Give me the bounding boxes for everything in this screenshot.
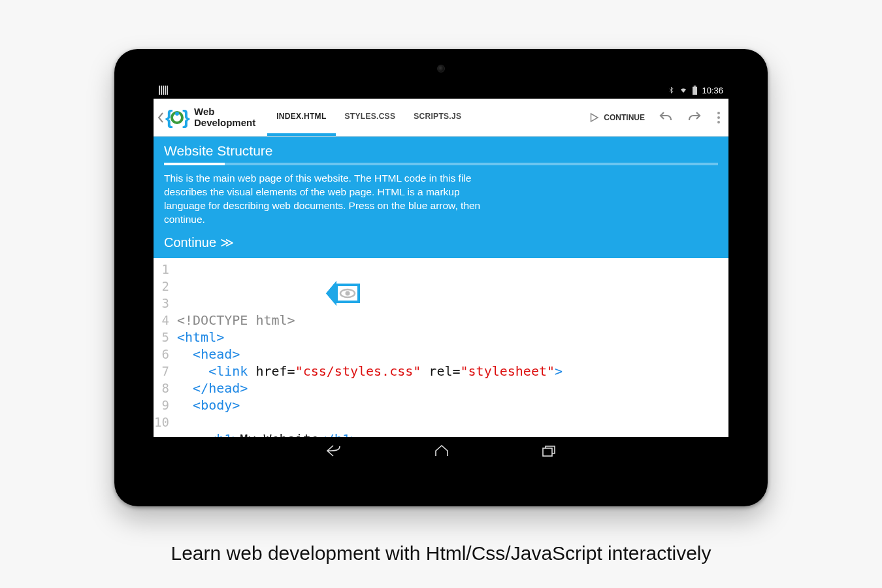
lesson-continue-link[interactable]: Continue ≫ [164, 235, 718, 250]
code-area[interactable]: <!DOCTYPE html><html> <head> <link href=… [173, 258, 563, 437]
tablet-screen: 10:36 { } Web Development I [154, 82, 728, 467]
hint-arrow-icon[interactable] [248, 264, 363, 327]
svg-point-4 [175, 112, 179, 116]
back-chevron-icon [157, 112, 164, 123]
app-title: Web Development [194, 106, 255, 128]
svg-text:}: } [182, 106, 190, 128]
nav-back-button[interactable] [325, 444, 342, 461]
nav-recents-button[interactable] [541, 444, 557, 460]
redo-icon [687, 110, 702, 125]
code-line[interactable]: </head> [177, 380, 563, 397]
svg-point-7 [346, 291, 350, 295]
continue-button-label: CONTINUE [604, 113, 645, 122]
android-statusbar: 10:36 [154, 82, 728, 99]
undo-icon [658, 110, 674, 125]
tab-scripts-js[interactable]: SCRIPTS.JS [404, 99, 470, 136]
tablet-camera [437, 65, 445, 73]
code-line[interactable]: <h1>My Website</h1> [177, 431, 563, 437]
bluetooth-icon [668, 86, 675, 95]
lesson-progress-bar [164, 163, 718, 165]
tab-index-html[interactable]: INDEX.HTML [267, 99, 335, 136]
continue-button[interactable]: CONTINUE [581, 112, 651, 123]
redo-button[interactable] [680, 103, 709, 132]
code-line[interactable]: <head> [177, 346, 563, 363]
svg-rect-1 [693, 87, 697, 95]
code-editor[interactable]: 12345678910 <!DOCTYPE html><html> <head>… [154, 258, 728, 437]
lesson-title: Website Structure [164, 143, 718, 159]
code-line[interactable]: <link href="css/styles.css" rel="stylesh… [177, 363, 563, 380]
lesson-description: This is the main web page of this websit… [164, 172, 504, 227]
undo-button[interactable] [651, 103, 680, 132]
tab-styles-css[interactable]: STYLES.CSS [336, 99, 405, 136]
app-header: { } Web Development INDEX.HTMLSTYLES.CSS… [154, 99, 728, 137]
nav-home-button[interactable] [434, 444, 449, 460]
code-line[interactable] [177, 414, 563, 431]
android-navbar [154, 437, 728, 467]
back-logo-area[interactable]: { } Web Development [154, 105, 261, 131]
code-line[interactable]: <!DOCTYPE html> [177, 312, 563, 329]
wifi-icon [679, 86, 688, 94]
line-gutter: 12345678910 [154, 258, 173, 437]
battery-icon [692, 86, 698, 95]
app-title-line2: Development [194, 118, 255, 129]
promo-caption: Learn web development with Html/Css/Java… [0, 542, 882, 564]
app-title-line1: Web [194, 106, 255, 118]
play-icon [588, 112, 600, 123]
lesson-panel: Website Structure This is the main web p… [154, 137, 728, 258]
code-line[interactable]: <html> [177, 329, 563, 346]
svg-rect-8 [543, 448, 552, 456]
file-tabs: INDEX.HTMLSTYLES.CSSSCRIPTS.JS [267, 99, 470, 136]
overflow-menu-button[interactable] [709, 112, 728, 123]
tablet-frame: 10:36 { } Web Development I [114, 49, 768, 506]
svg-rect-0 [694, 86, 696, 87]
menu-stripes-icon [159, 86, 168, 95]
app-logo-icon: { } [164, 105, 190, 131]
statusbar-time: 10:36 [702, 86, 723, 95]
code-line[interactable]: <body> [177, 397, 563, 414]
